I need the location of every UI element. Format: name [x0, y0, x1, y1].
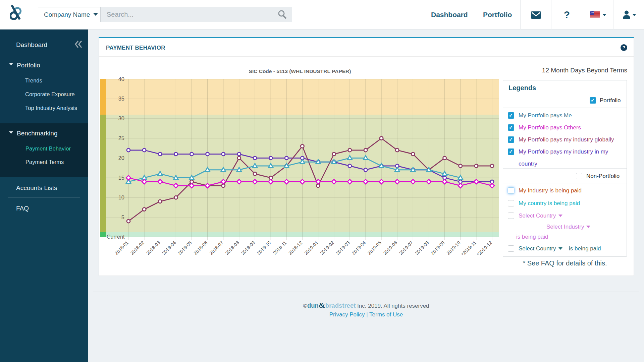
svg-text:2019-07: 2019-07: [398, 240, 414, 256]
svg-text:2019-10: 2019-10: [445, 240, 462, 256]
svg-text:25: 25: [118, 135, 124, 141]
svg-text:2018-10: 2018-10: [256, 240, 272, 256]
svg-text:2018-12: 2018-12: [287, 240, 304, 256]
svg-text:30: 30: [118, 115, 124, 121]
svg-text:2019-08: 2019-08: [414, 240, 430, 256]
svg-text:2018-06: 2018-06: [193, 240, 209, 256]
svg-text:2019-05: 2019-05: [367, 240, 383, 256]
svg-text:2018-01: 2018-01: [113, 240, 129, 256]
svg-text:2018-09: 2018-09: [240, 240, 256, 256]
svg-text:2019-03: 2019-03: [335, 240, 351, 256]
svg-text:Current: Current: [107, 234, 125, 240]
svg-text:2018-03: 2018-03: [145, 240, 161, 256]
svg-text:2019-06: 2019-06: [382, 240, 398, 256]
svg-text:10: 10: [118, 194, 124, 200]
svg-text:5: 5: [121, 214, 124, 220]
svg-text:20: 20: [118, 155, 124, 161]
svg-text:2018-05: 2018-05: [177, 240, 193, 256]
svg-text:2019-02: 2019-02: [319, 240, 335, 256]
svg-text:35: 35: [118, 96, 124, 102]
svg-text:2018-07: 2018-07: [208, 240, 224, 256]
svg-text:2019-01: 2019-01: [303, 240, 319, 256]
svg-text:2018-11: 2018-11: [272, 240, 288, 256]
svg-text:2019-09: 2019-09: [430, 240, 446, 256]
svg-text:2019-04: 2019-04: [351, 240, 367, 256]
svg-text:2018-02: 2018-02: [129, 240, 146, 256]
svg-text:15: 15: [118, 175, 124, 181]
svg-text:*2019-12: *2019-12: [476, 240, 493, 257]
svg-text:*2019-11: *2019-11: [460, 240, 477, 257]
svg-text:40: 40: [118, 77, 124, 82]
svg-text:2018-04: 2018-04: [161, 240, 177, 256]
svg-text:2018-08: 2018-08: [224, 240, 240, 256]
